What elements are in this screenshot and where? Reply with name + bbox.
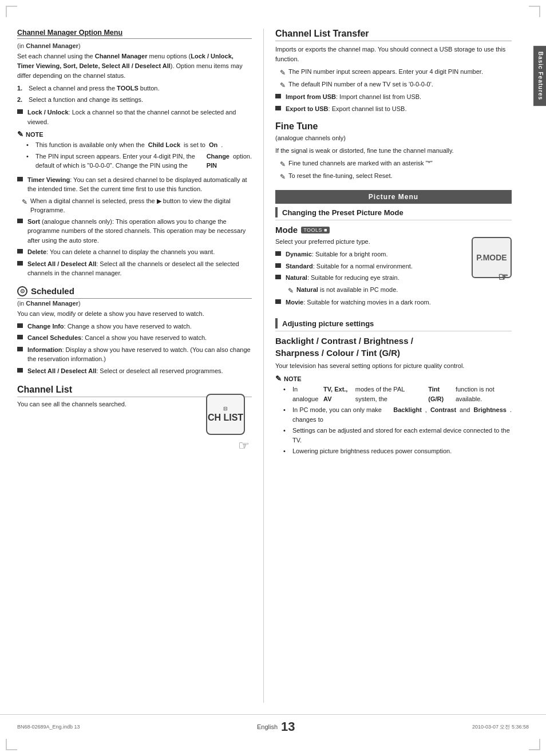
select-all-sched-item: Select All / Deselect All: Select or des… xyxy=(17,366,252,376)
mode-content: P.MODE ☞ Select your preferred picture t… xyxy=(275,237,512,309)
preset-bar-icon xyxy=(275,207,278,217)
backlight-note-label: NOTE xyxy=(284,375,302,382)
side-tab-number: 03 xyxy=(527,71,535,80)
footer-page: English 13 xyxy=(257,719,295,734)
pencil-icon-natural: ✎ xyxy=(288,286,294,296)
ch-list-image: ⊟ CH LIST ☞ xyxy=(206,394,252,445)
backlight-note-items: In analogue TV, Ext., AV modes of the PA… xyxy=(283,385,512,456)
scheduled-heading: ⊙ Scheduled xyxy=(17,286,252,299)
scheduled-section: ⊙ Scheduled (in Channel Manager) You can… xyxy=(17,286,252,376)
corner-bottom-left xyxy=(6,739,17,750)
picture-menu-bar: Picture Menu xyxy=(275,190,512,204)
fine-tune-heading: Fine Tune xyxy=(275,121,512,132)
channel-manager-in-label: (in Channel Manager) xyxy=(17,42,252,49)
step-1: 1. Select a channel and press the TOOLS … xyxy=(17,84,252,93)
adj-heading: Adjusting picture settings xyxy=(275,318,512,331)
note-title-1: ✎ NOTE xyxy=(17,130,252,138)
channel-list-section: Channel List ⊟ CH LIST ☞ You can see all… xyxy=(17,385,252,445)
timer-viewing-subnote: ✎ When a digital channel is selected, pr… xyxy=(22,196,252,215)
select-all-item: Select All / Deselect All: Select all th… xyxy=(17,259,252,278)
import-usb-item: Import from USB: Import channel list fro… xyxy=(275,92,512,102)
lock-unlock-list: Lock / Unlock: Lock a channel so that th… xyxy=(17,108,252,126)
channel-manager-intro: Set each channel using the Channel Manag… xyxy=(17,52,252,81)
information-item: Information: Display a show you have res… xyxy=(17,345,252,364)
scheduled-in-label: (in Channel Manager) xyxy=(17,300,252,307)
clt-bullets: Import from USB: Import channel list fro… xyxy=(275,92,512,113)
channel-list-transfer-section: Channel List Transfer Imports or exports… xyxy=(275,29,512,113)
pencil-icon-1: ✎ xyxy=(22,197,27,207)
adj-heading-label: Adjusting picture settings xyxy=(282,319,374,328)
ch-list-box: ⊟ CH LIST xyxy=(206,394,245,435)
natural-item: Natural: Suitable for reducing eye strai… xyxy=(275,273,466,283)
note-block-1: ✎ NOTE This function is available only w… xyxy=(17,130,252,171)
backlight-note-item-3: Settings can be adjusted and stored for … xyxy=(283,426,512,445)
fine-tune-note2: ✎ To reset the fine-tuning, select Reset… xyxy=(280,171,512,182)
note-label-1: NOTE xyxy=(26,131,43,138)
pmode-label: P.MODE xyxy=(476,253,507,262)
pencil-icon-clt1: ✎ xyxy=(280,68,286,78)
backlight-heading: Backlight / Contrast / Brightness /Sharp… xyxy=(275,335,512,359)
standard-item: Standard: Suitable for a normal environm… xyxy=(275,262,466,271)
channel-list-transfer-heading: Channel List Transfer xyxy=(275,29,512,41)
pencil-icon-ft2: ✎ xyxy=(280,172,286,182)
fine-tune-section: Fine Tune (analogue channels only) If th… xyxy=(275,121,512,182)
backlight-intro: Your television has several setting opti… xyxy=(275,361,512,371)
footer-left-text: BN68-02689A_Eng.indb 13 xyxy=(17,724,80,730)
channel-manager-heading: Channel Manager Option Menu xyxy=(17,29,252,39)
change-info-item: Change Info: Change a show you have rese… xyxy=(17,322,252,331)
channel-list-content: ⊟ CH LIST ☞ You can see all the channels… xyxy=(17,399,252,445)
scheduled-intro: You can view, modify or delete a show yo… xyxy=(17,309,252,319)
right-col-inner: Channel List Transfer Imports or exports… xyxy=(275,29,529,456)
movie-item: Movie: Suitable for watching movies in a… xyxy=(275,298,512,307)
adj-bar-icon xyxy=(275,318,278,328)
backlight-note-item-1: In analogue TV, Ext., AV modes of the PA… xyxy=(283,385,512,403)
footer: BN68-02689A_Eng.indb 13 English 13 2010-… xyxy=(0,714,546,739)
more-bullets: Sort (analogue channels only): This oper… xyxy=(17,217,252,278)
preset-heading: Changing the Preset Picture Mode xyxy=(275,207,512,220)
channel-list-transfer-intro: Imports or exports the channel map. You … xyxy=(275,45,512,64)
channel-manager-section: Channel Manager Option Menu (in Channel … xyxy=(17,29,252,278)
sort-item: Sort (analogue channels only): This oper… xyxy=(17,217,252,246)
note-items-1: This function is available only when the… xyxy=(26,140,252,171)
footer-page-num: 13 xyxy=(281,719,295,734)
bullets2-list: Timer Viewing: You can set a desired cha… xyxy=(17,175,252,194)
backlight-note-block: ✎ NOTE In analogue TV, Ext., AV modes of… xyxy=(275,374,512,456)
footer-lang-label: English xyxy=(257,723,278,730)
ch-list-top-icon: ⊟ xyxy=(223,406,228,411)
backlight-note-item-2: In PC mode, you can only make changes to… xyxy=(283,405,512,424)
natural-subnote: ✎ Natural is not available in PC mode. xyxy=(288,285,512,296)
left-column: Channel Manager Option Menu (in Channel … xyxy=(17,29,263,703)
step-2: 2. Select a function and change its sett… xyxy=(17,95,252,105)
fine-tune-sub: (analogue channels only) xyxy=(275,133,512,143)
delete-item: Delete: You can delete a channel to disp… xyxy=(17,247,252,257)
preset-heading-label: Changing the Preset Picture Mode xyxy=(282,208,403,217)
corner-bottom-right xyxy=(529,739,540,750)
footer-right-text: 2010-03-07 오전 5:36:58 xyxy=(472,723,529,731)
backlight-note-title: ✎ NOTE xyxy=(275,374,512,383)
note-icon-backlight: ✎ xyxy=(275,374,282,383)
backlight-note-item-4: Lowering picture brightness reduces powe… xyxy=(283,446,512,456)
pmode-image: P.MODE ☞ xyxy=(472,237,512,278)
clt-note-2: ✎ The default PIN number of a new TV set… xyxy=(280,80,512,90)
content-area: Channel Manager Option Menu (in Channel … xyxy=(0,17,546,714)
lock-unlock-item: Lock / Unlock: Lock a channel so that th… xyxy=(17,108,252,126)
ch-list-hand-icon: ☞ xyxy=(238,438,250,453)
backlight-section: Backlight / Contrast / Brightness /Sharp… xyxy=(275,335,512,456)
pmode-hand-icon: ☞ xyxy=(498,270,508,284)
side-tab-text: Basic Features xyxy=(537,52,544,100)
cancel-schedules-item: Cancel Schedules: Cancel a show you have… xyxy=(17,333,252,343)
scheduled-label: Scheduled xyxy=(31,286,74,296)
clt-note-1: ✎ The PIN number input screen appears. E… xyxy=(280,67,512,78)
pencil-icon-ft1: ✎ xyxy=(280,159,286,169)
note-item-2: The PIN input screen appears. Enter your… xyxy=(26,152,252,171)
corner-top-left xyxy=(6,6,17,17)
pencil-icon-clt2: ✎ xyxy=(280,80,286,90)
ch-list-label: CH LIST xyxy=(208,413,243,423)
right-column: Channel List Transfer Imports or exports… xyxy=(263,29,529,703)
corner-top-right xyxy=(529,6,540,17)
channel-manager-steps: 1. Select a channel and press the TOOLS … xyxy=(17,84,252,104)
mode-section: Mode TOOLS ■ P.MODE ☞ Select your prefer… xyxy=(275,225,512,309)
fine-tune-note1: ✎ Fine tuned channels are marked with an… xyxy=(280,159,512,169)
note-icon-1: ✎ xyxy=(17,130,23,138)
page-container: 03 Basic Features Channel Manager Option… xyxy=(0,0,546,756)
